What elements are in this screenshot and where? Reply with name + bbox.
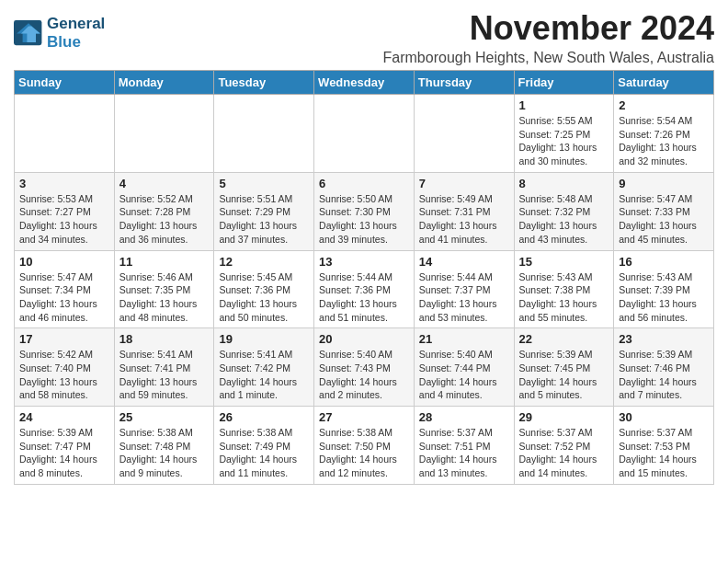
day-info: Sunrise: 5:48 AM Sunset: 7:32 PM Dayligh… [519,192,609,247]
day-info: Sunrise: 5:53 AM Sunset: 7:27 PM Dayligh… [19,192,109,247]
calendar-day-cell: 22Sunrise: 5:39 AM Sunset: 7:45 PM Dayli… [514,328,614,407]
calendar-day-cell: 8Sunrise: 5:48 AM Sunset: 7:32 PM Daylig… [514,172,614,250]
day-info: Sunrise: 5:46 AM Sunset: 7:35 PM Dayligh… [119,270,210,325]
day-number: 6 [319,177,409,190]
calendar-day-cell: 9Sunrise: 5:47 AM Sunset: 7:33 PM Daylig… [614,172,714,250]
calendar-day-cell [214,95,314,173]
day-info: Sunrise: 5:38 AM Sunset: 7:49 PM Dayligh… [219,426,309,480]
day-number: 24 [19,410,109,424]
day-number: 26 [219,410,309,424]
calendar-day-cell: 20Sunrise: 5:40 AM Sunset: 7:43 PM Dayli… [314,328,415,407]
day-info: Sunrise: 5:37 AM Sunset: 7:53 PM Dayligh… [619,426,709,480]
day-info: Sunrise: 5:45 AM Sunset: 7:36 PM Dayligh… [219,270,309,325]
day-number: 20 [319,332,409,346]
day-info: Sunrise: 5:43 AM Sunset: 7:38 PM Dayligh… [519,270,609,325]
calendar-day-cell: 7Sunrise: 5:49 AM Sunset: 7:31 PM Daylig… [414,172,514,250]
day-number: 10 [19,255,109,269]
calendar-day-cell: 21Sunrise: 5:40 AM Sunset: 7:44 PM Dayli… [414,328,514,407]
calendar-day-cell: 28Sunrise: 5:37 AM Sunset: 7:51 PM Dayli… [414,407,514,485]
calendar-day-cell: 17Sunrise: 5:42 AM Sunset: 7:40 PM Dayli… [15,328,115,407]
calendar-day-cell: 26Sunrise: 5:38 AM Sunset: 7:49 PM Dayli… [214,407,314,485]
day-number: 14 [419,255,509,269]
day-number: 12 [219,255,309,269]
calendar-day-cell: 3Sunrise: 5:53 AM Sunset: 7:27 PM Daylig… [15,172,115,250]
calendar-day-cell: 19Sunrise: 5:41 AM Sunset: 7:42 PM Dayli… [214,328,314,407]
calendar-week-row: 24Sunrise: 5:39 AM Sunset: 7:47 PM Dayli… [15,407,714,485]
page-header: General Blue November 2024 Farmborough H… [14,9,714,66]
day-info: Sunrise: 5:37 AM Sunset: 7:51 PM Dayligh… [419,426,509,480]
calendar-week-row: 10Sunrise: 5:47 AM Sunset: 7:34 PM Dayli… [15,250,714,328]
day-number: 1 [519,98,609,112]
day-number: 27 [319,410,409,424]
month-title: November 2024 [383,9,714,48]
day-info: Sunrise: 5:54 AM Sunset: 7:26 PM Dayligh… [619,114,709,168]
day-info: Sunrise: 5:39 AM Sunset: 7:45 PM Dayligh… [519,348,609,402]
calendar-day-cell: 2Sunrise: 5:54 AM Sunset: 7:26 PM Daylig… [614,95,714,173]
calendar-week-row: 3Sunrise: 5:53 AM Sunset: 7:27 PM Daylig… [15,172,714,250]
day-info: Sunrise: 5:41 AM Sunset: 7:41 PM Dayligh… [119,348,210,402]
calendar-day-cell: 11Sunrise: 5:46 AM Sunset: 7:35 PM Dayli… [114,250,214,328]
title-area: November 2024 Farmborough Heights, New S… [383,9,714,66]
calendar-header-cell: Saturday [614,71,714,95]
calendar-header-cell: Tuesday [214,71,314,95]
calendar-day-cell: 16Sunrise: 5:43 AM Sunset: 7:39 PM Dayli… [614,250,714,328]
calendar-day-cell: 23Sunrise: 5:39 AM Sunset: 7:46 PM Dayli… [614,328,714,407]
day-number: 29 [519,410,609,424]
day-number: 5 [219,177,309,190]
day-number: 23 [619,332,709,346]
day-info: Sunrise: 5:43 AM Sunset: 7:39 PM Dayligh… [619,270,709,325]
day-number: 30 [619,410,709,424]
calendar-day-cell: 18Sunrise: 5:41 AM Sunset: 7:41 PM Dayli… [114,328,214,407]
day-info: Sunrise: 5:47 AM Sunset: 7:34 PM Dayligh… [19,270,109,325]
day-number: 11 [119,255,210,269]
day-info: Sunrise: 5:49 AM Sunset: 7:31 PM Dayligh… [419,192,509,247]
day-info: Sunrise: 5:40 AM Sunset: 7:44 PM Dayligh… [419,348,509,402]
day-number: 13 [319,255,409,269]
calendar-day-cell: 15Sunrise: 5:43 AM Sunset: 7:38 PM Dayli… [514,250,614,328]
calendar-header-row: SundayMondayTuesdayWednesdayThursdayFrid… [15,71,714,95]
calendar-day-cell: 1Sunrise: 5:55 AM Sunset: 7:25 PM Daylig… [514,95,614,173]
day-info: Sunrise: 5:47 AM Sunset: 7:33 PM Dayligh… [619,192,709,247]
day-info: Sunrise: 5:52 AM Sunset: 7:28 PM Dayligh… [119,192,210,247]
calendar-day-cell: 30Sunrise: 5:37 AM Sunset: 7:53 PM Dayli… [614,407,714,485]
day-number: 28 [419,410,509,424]
calendar-day-cell: 5Sunrise: 5:51 AM Sunset: 7:29 PM Daylig… [214,172,314,250]
calendar-day-cell [314,95,415,173]
calendar-week-row: 17Sunrise: 5:42 AM Sunset: 7:40 PM Dayli… [15,328,714,407]
day-info: Sunrise: 5:38 AM Sunset: 7:50 PM Dayligh… [319,426,409,480]
day-number: 21 [419,332,509,346]
day-info: Sunrise: 5:39 AM Sunset: 7:46 PM Dayligh… [619,348,709,402]
calendar-day-cell [414,95,514,173]
calendar-week-row: 1Sunrise: 5:55 AM Sunset: 7:25 PM Daylig… [15,95,714,173]
day-number: 3 [19,177,109,190]
day-info: Sunrise: 5:41 AM Sunset: 7:42 PM Dayligh… [219,348,309,402]
calendar-day-cell: 29Sunrise: 5:37 AM Sunset: 7:52 PM Dayli… [514,407,614,485]
day-number: 7 [419,177,509,190]
calendar-day-cell: 6Sunrise: 5:50 AM Sunset: 7:30 PM Daylig… [314,172,415,250]
day-number: 25 [119,410,210,424]
calendar-day-cell: 10Sunrise: 5:47 AM Sunset: 7:34 PM Dayli… [15,250,115,328]
day-info: Sunrise: 5:38 AM Sunset: 7:48 PM Dayligh… [119,426,210,480]
day-number: 8 [519,177,609,190]
logo-icon [14,20,43,46]
calendar-day-cell [15,95,115,173]
day-number: 15 [519,255,609,269]
day-number: 18 [119,332,210,346]
day-info: Sunrise: 5:44 AM Sunset: 7:36 PM Dayligh… [319,270,409,325]
calendar-table: SundayMondayTuesdayWednesdayThursdayFrid… [14,70,714,485]
calendar-header-cell: Sunday [15,71,115,95]
day-info: Sunrise: 5:39 AM Sunset: 7:47 PM Dayligh… [19,426,109,480]
day-number: 22 [519,332,609,346]
day-info: Sunrise: 5:37 AM Sunset: 7:52 PM Dayligh… [519,426,609,480]
day-number: 16 [619,255,709,269]
calendar-day-cell: 25Sunrise: 5:38 AM Sunset: 7:48 PM Dayli… [114,407,214,485]
day-info: Sunrise: 5:50 AM Sunset: 7:30 PM Dayligh… [319,192,409,247]
calendar-day-cell: 24Sunrise: 5:39 AM Sunset: 7:47 PM Dayli… [15,407,115,485]
day-info: Sunrise: 5:51 AM Sunset: 7:29 PM Dayligh… [219,192,309,247]
day-number: 19 [219,332,309,346]
calendar-body: 1Sunrise: 5:55 AM Sunset: 7:25 PM Daylig… [15,95,714,485]
day-info: Sunrise: 5:55 AM Sunset: 7:25 PM Dayligh… [519,114,609,168]
calendar-day-cell: 27Sunrise: 5:38 AM Sunset: 7:50 PM Dayli… [314,407,415,485]
calendar-day-cell: 4Sunrise: 5:52 AM Sunset: 7:28 PM Daylig… [114,172,214,250]
calendar-day-cell: 13Sunrise: 5:44 AM Sunset: 7:36 PM Dayli… [314,250,415,328]
